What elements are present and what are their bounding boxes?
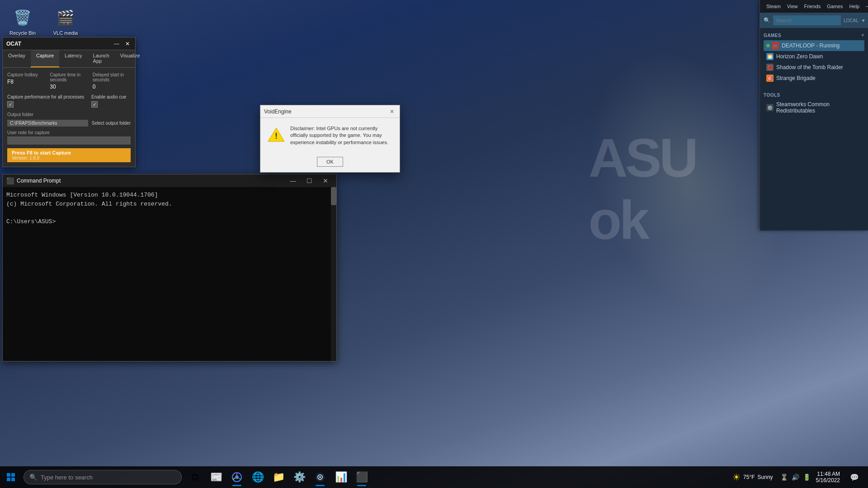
taskbar-steam-button[interactable]	[310, 467, 330, 487]
taskbar-chrome-button[interactable]	[227, 467, 247, 487]
cmd-body[interactable]: Microsoft Windows [Version 10.0.19044.17…	[3, 187, 336, 361]
ocat-captime-value: 30	[50, 84, 88, 90]
steam-horizon-icon: 🌅	[766, 53, 774, 60]
void-warning-icon: !	[268, 125, 285, 144]
taskbar-network-icon[interactable]: ⌛	[779, 473, 789, 482]
ocat-tab-launchapp[interactable]: Launch App	[88, 50, 115, 67]
steam-games-header: GAMES +	[764, 30, 864, 40]
void-dialog-close-button[interactable]: ✕	[388, 108, 396, 116]
steam-strange-name: Strange Brigade	[776, 75, 816, 81]
ocat-delayed-value: 0	[93, 84, 131, 90]
svg-rect-4	[7, 478, 10, 481]
ocat-capture-row1: Capture hotkey F8 Capture time in second…	[7, 72, 131, 90]
cmd-line-3	[6, 208, 333, 217]
void-dialog-message: Disclaimer: Intel GPUs are not currently…	[290, 125, 392, 146]
ocat-tabs: Overlay Capture Latency Launch App Visua…	[3, 50, 135, 68]
taskbar-notification-button[interactable]: 💬	[844, 467, 864, 487]
steam-titlebar: Steam View Friends Games Help — ✕	[760, 0, 868, 13]
cmd-close-button[interactable]: ✕	[318, 174, 333, 187]
steam-menu-friends[interactable]: Friends	[801, 2, 823, 11]
ocat-tab-capture[interactable]: Capture	[31, 50, 59, 67]
ocat-close-button[interactable]: ✕	[123, 40, 132, 48]
ocat-hotkey-value: F8	[7, 79, 45, 85]
cmd-line-1: Microsoft Windows [Version 10.0.19044.17…	[6, 191, 333, 200]
ocat-captime-label: Capture time in seconds	[50, 72, 88, 82]
svg-line-10	[233, 478, 235, 479]
steam-tool-steamworks[interactable]: ⚙️ Steamworks Common Redistributables	[764, 99, 864, 116]
steam-strange-icon: 🎯	[766, 75, 774, 82]
steam-deathloop-icon: 🎮	[772, 42, 779, 49]
steam-game-strange[interactable]: 🎯 Strange Brigade	[764, 73, 864, 84]
steam-minimize-button[interactable]: —	[862, 0, 868, 13]
steam-shadow-icon: ⭕	[766, 64, 774, 71]
ocat-output-label: Output folder	[7, 112, 131, 117]
steam-game-shadow-tomb[interactable]: ⭕ Shadow of the Tomb Raider	[764, 62, 864, 73]
steam-game-horizon[interactable]: 🌅 Horizon Zero Dawn	[764, 51, 864, 62]
steam-steamworks-name: Steamworks Common Redistributables	[776, 101, 862, 114]
ocat-controls: — ✕	[113, 40, 132, 48]
cmd-scrollbar[interactable]	[331, 187, 336, 361]
taskbar-cmd-button[interactable]: ⬛	[352, 467, 372, 487]
taskbar-widgets-button[interactable]: 📰	[206, 467, 226, 487]
svg-point-7	[235, 475, 239, 479]
cmd-minimize-button[interactable]: —	[286, 174, 300, 187]
taskbar-sound-icon[interactable]: 🔊	[791, 473, 800, 482]
steam-menu-games[interactable]: Games	[824, 2, 845, 11]
taskbar-weather[interactable]: ☀ 75°F Sunny	[729, 472, 777, 483]
taskbar-settings-button[interactable]: ⚙️	[289, 467, 309, 487]
taskbar-clock[interactable]: 11:48 AM 5/16/2022	[814, 471, 842, 483]
taskbar-battery-icon[interactable]: 🔋	[802, 473, 811, 482]
steam-running-indicator	[766, 44, 770, 47]
recycle-bin-image: 🗑️	[12, 7, 33, 28]
ocat-tab-visualize[interactable]: Visualize	[115, 50, 146, 67]
taskbar-search-box[interactable]: 🔍 Type here to search	[24, 470, 182, 484]
ocat-tab-overlay[interactable]: Overlay	[3, 50, 31, 67]
steam-menu-help[interactable]: Help	[847, 2, 863, 11]
ocat-minimize-button[interactable]: —	[113, 40, 121, 48]
ocat-audio-checkbox-group: Enable audio cue	[91, 94, 126, 108]
ocat-output-section: Output folder	[7, 112, 131, 117]
void-dialog-titlebar: VoidEngine ✕	[260, 105, 400, 118]
taskbar-edge-button[interactable]: 🌐	[248, 467, 268, 487]
cmd-title: Command Prompt	[17, 178, 286, 184]
taskbar-taskview-button[interactable]: ⧉	[185, 467, 205, 487]
ocat-tab-latency[interactable]: Latency	[59, 50, 88, 67]
steam-search-input[interactable]	[773, 15, 841, 25]
ocat-audio-checkbox[interactable]	[91, 101, 98, 108]
steam-menu-view[interactable]: View	[784, 2, 801, 11]
svg-rect-2	[7, 473, 10, 477]
ocat-perf-checkbox[interactable]	[7, 101, 14, 108]
void-dialog-footer: OK	[260, 153, 400, 172]
ocat-captime-field: Capture time in seconds 30	[50, 72, 88, 90]
taskbar-time: 11:48 AM	[817, 471, 840, 477]
taskbar-explorer-button[interactable]: 📁	[269, 467, 288, 487]
ocat-select-output-button[interactable]: Select output folder	[92, 121, 131, 126]
void-ok-button[interactable]: OK	[317, 157, 343, 167]
steam-game-deathloop[interactable]: 🎮 DEATHLOOP - Running	[764, 40, 864, 51]
ocat-delayed-field: Delayed start in seconds 0	[93, 72, 131, 90]
steam-games-add-icon[interactable]: +	[861, 32, 864, 38]
ocat-window: OCAT — ✕ Overlay Capture Latency Launch …	[2, 37, 136, 167]
steam-win-controls: — ✕	[862, 0, 868, 13]
ocat-perf-label: Capture performance for all processes	[7, 94, 84, 99]
vlc-image: 🎬	[55, 7, 76, 28]
cmd-window: ⬛ Command Prompt — ☐ ✕ Microsoft Windows…	[2, 174, 337, 361]
weather-desc: Sunny	[758, 474, 773, 480]
steam-search-local[interactable]: LOCAL	[844, 18, 859, 23]
steam-search-bar: 🔍 LOCAL ▼	[760, 13, 868, 28]
svg-line-9	[239, 478, 241, 479]
start-button[interactable]	[0, 466, 22, 488]
steam-search-dropdown-icon[interactable]: ▼	[861, 18, 866, 23]
steam-menu-steam[interactable]: Steam	[764, 2, 783, 11]
ocat-version-text: Version: 1.6.0	[12, 155, 126, 160]
taskbar-right: ☀ 75°F Sunny ⌛ 🔊 🔋 11:48 AM 5/16/2022 💬	[729, 467, 868, 487]
ocat-usernote-input[interactable]	[7, 136, 131, 145]
cmd-maximize-button[interactable]: ☐	[302, 174, 316, 187]
taskbar-ocat-button[interactable]: 📊	[331, 467, 351, 487]
recycle-bin-label: Recycle Bin	[9, 30, 36, 36]
void-dialog-title: VoidEngine	[264, 108, 388, 115]
cmd-titlebar: ⬛ Command Prompt — ☐ ✕	[3, 174, 336, 187]
taskbar-date: 5/16/2022	[816, 477, 840, 483]
steam-horizon-name: Horizon Zero Dawn	[776, 53, 823, 60]
weather-icon: ☀	[732, 472, 741, 483]
